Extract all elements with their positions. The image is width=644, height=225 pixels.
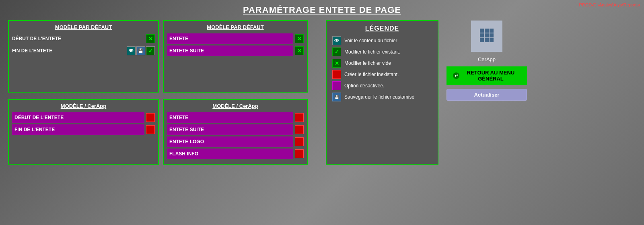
- panel-default-left: MODÈLE PAR DÉFAUT DÉBUT DE L'ENTETE ✕ FI…: [8, 20, 159, 93]
- row-debut-cerapp-icons: [146, 113, 155, 122]
- app-icon-cell: [490, 38, 494, 42]
- row-debut-cerapp: DÉBUT DE L'ENTETE: [12, 112, 155, 123]
- row-entete-logo-cerapp: ENTETE LOGO: [167, 136, 304, 147]
- legend-item-check: ✓ Modifier le fichier existant.: [332, 47, 432, 56]
- legend-x-icon: ✕: [332, 59, 341, 68]
- retour-label: RETOUR AU MENU GÉNÉRAL: [461, 70, 521, 82]
- legend-red-icon: [332, 70, 341, 79]
- row-entete-suite-label: ENTETE SUITE: [167, 45, 293, 56]
- row-entete-suite-cerapp-icons: [295, 125, 304, 134]
- legend-eye-icon: 👁: [332, 36, 341, 45]
- icon-red-entete-logo-cerapp[interactable]: [295, 137, 304, 146]
- app-icon-cell: [490, 29, 494, 33]
- row-debut-cerapp-label: DÉBUT DE L'ENTETE: [12, 112, 144, 123]
- row-entete-suite-icons: ✕: [295, 46, 304, 55]
- app-section: CerApp ↩ RETOUR AU MENU GÉNÉRAL Actualis…: [446, 20, 527, 165]
- app-icon-grid: [480, 29, 494, 42]
- legend-item-red: Créer le fichier inexistant.: [332, 70, 432, 79]
- icon-check-fin[interactable]: ✓: [146, 46, 155, 55]
- icon-red-entete-cerapp[interactable]: [295, 113, 304, 122]
- legend-x-text: Modifier le fichier vide: [344, 60, 391, 66]
- legend-item-eye: 👁 Voir le contenu du fichier: [332, 36, 432, 45]
- row-fin-entete-default: FIN DE L'ENTETE 👁 💾 ✓: [12, 45, 155, 56]
- panel-default-right-title: MODÈLE PAR DÉFAUT: [167, 24, 304, 30]
- app-name: CerApp: [478, 56, 496, 62]
- legend-save-icon: 💾: [332, 93, 341, 101]
- row-debut-label: DÉBUT DE L'ENTETE: [12, 36, 146, 41]
- row-entete-suite-cerapp: ENTETE SUITE: [167, 124, 304, 135]
- row-debut-icons: ✕: [146, 34, 155, 43]
- row-entete-suite-cerapp-label: ENTETE SUITE: [167, 124, 293, 135]
- row-fin-label: FIN DE L'ENTETE: [12, 48, 127, 54]
- row-flash-info-cerapp-label: FLASH INFO: [167, 149, 293, 159]
- row-flash-info-cerapp-icons: [295, 149, 304, 158]
- panel-cerapp-right-title: MODÈLE / CerApp: [167, 103, 304, 109]
- legend-purple-icon: [332, 81, 341, 90]
- icon-red-fin-cerapp[interactable]: [146, 125, 155, 134]
- app-icon-cell: [480, 38, 484, 42]
- icon-save-fin[interactable]: 💾: [136, 46, 145, 55]
- row-entete-icons: ✕: [295, 34, 304, 43]
- legend-panel: LÉGENDE 👁 Voir le contenu du fichier ✓ M…: [326, 20, 438, 165]
- panel-default-left-title: MODÈLE PAR DÉFAUT: [12, 24, 155, 30]
- icon-red-debut-cerapp[interactable]: [146, 113, 155, 122]
- row-entete-cerapp-label: ENTETE: [167, 112, 293, 123]
- panel-cerapp-right: MODÈLE / CerApp ENTETE ENTETE SUITE: [163, 99, 308, 165]
- row-entete-logo-cerapp-icons: [295, 137, 304, 146]
- legend-red-text: Créer le fichier inexistant.: [344, 72, 399, 77]
- right-section: LÉGENDE 👁 Voir le contenu du fichier ✓ M…: [326, 20, 636, 165]
- row-entete-cerapp-icons: [295, 113, 304, 122]
- app-icon-cell: [480, 33, 484, 37]
- icon-x-debut[interactable]: ✕: [146, 34, 155, 43]
- top-panels-row: MODÈLE PAR DÉFAUT DÉBUT DE L'ENTETE ✕ FI…: [8, 20, 318, 93]
- row-fin-cerapp-label: FIN DE L'ENTETE: [12, 124, 144, 135]
- legend-check-text: Modifier le fichier existant.: [344, 49, 400, 55]
- legend-item-x: ✕ Modifier le fichier vide: [332, 59, 432, 68]
- row-debut-entete-default: DÉBUT DE L'ENTETE ✕: [12, 33, 155, 44]
- app-icon-cell: [485, 29, 489, 33]
- row-entete-cerapp: ENTETE: [167, 112, 304, 123]
- app-icon-cell: [480, 29, 484, 33]
- bottom-panels-row: MODÈLE / CerApp DÉBUT DE L'ENTETE FIN DE…: [8, 99, 318, 165]
- row-fin-cerapp-icons: [146, 125, 155, 134]
- prod-path: PROD-D:\Analys\Atys\Reports\: [579, 2, 640, 7]
- app-icon-cell: [490, 33, 494, 37]
- retour-menu-button[interactable]: ↩ RETOUR AU MENU GÉNÉRAL: [446, 66, 527, 85]
- row-fin-icons: 👁 💾 ✓: [127, 46, 155, 55]
- row-flash-info-cerapp: FLASH INFO: [167, 149, 304, 159]
- panel-default-right: MODÈLE PAR DÉFAUT ENTETE ✕ ENTETE SUITE …: [163, 20, 308, 93]
- icon-x-entete-suite[interactable]: ✕: [295, 46, 304, 55]
- legend-title: LÉGENDE: [332, 25, 432, 32]
- legend-item-purple: Option désactivée.: [332, 81, 432, 90]
- row-entete-default: ENTETE ✕: [167, 33, 304, 44]
- row-fin-cerapp: FIN DE L'ENTETE: [12, 124, 155, 135]
- panel-cerapp-left: MODÈLE / CerApp DÉBUT DE L'ENTETE FIN DE…: [8, 99, 159, 165]
- app-icon-cell: [485, 38, 489, 42]
- icon-red-flash-info-cerapp[interactable]: [295, 149, 304, 158]
- legend-check-icon: ✓: [332, 47, 341, 56]
- page-title: PARAMÉTRAGE ENTETE DE PAGE: [0, 0, 644, 19]
- icon-red-entete-suite-cerapp[interactable]: [295, 125, 304, 134]
- row-entete-logo-cerapp-label: ENTETE LOGO: [167, 136, 293, 147]
- row-entete-label: ENTETE: [167, 33, 293, 44]
- legend-eye-text: Voir le contenu du fichier: [344, 38, 397, 43]
- panel-cerapp-left-title: MODÈLE / CerApp: [12, 103, 155, 109]
- row-entete-suite-default: ENTETE SUITE ✕: [167, 45, 304, 56]
- left-panels: MODÈLE PAR DÉFAUT DÉBUT DE L'ENTETE ✕ FI…: [8, 20, 318, 165]
- app-icon-cell: [485, 33, 489, 37]
- retour-circle-icon: ↩: [453, 72, 459, 79]
- legend-item-save: 💾 Sauvegarder le fichier customisé: [332, 93, 432, 101]
- actualiser-button[interactable]: Actualiser: [446, 89, 527, 101]
- legend-purple-text: Option désactivée.: [344, 83, 384, 89]
- icon-x-entete[interactable]: ✕: [295, 34, 304, 43]
- app-icon-box: [471, 20, 503, 52]
- legend-save-text: Sauvegarder le fichier customisé: [344, 94, 414, 100]
- icon-eye-fin[interactable]: 👁: [127, 46, 136, 55]
